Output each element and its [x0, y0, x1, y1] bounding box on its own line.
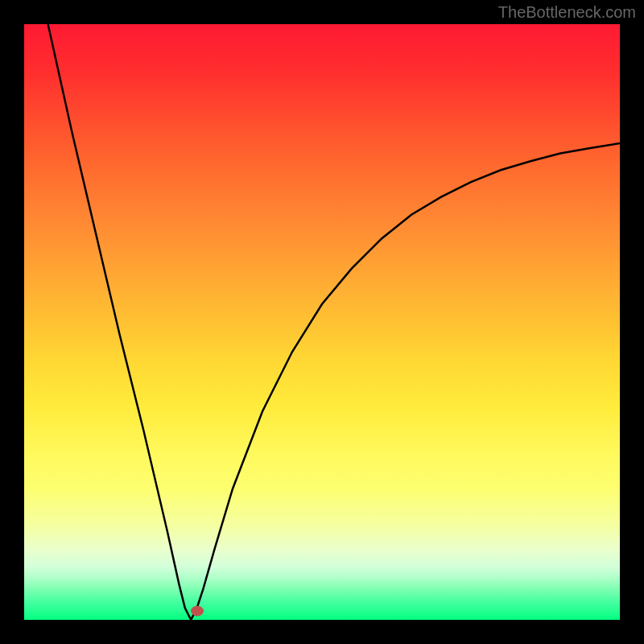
optimal-point-marker	[191, 605, 204, 616]
bottleneck-curve	[24, 24, 620, 620]
chart-plot-area	[24, 24, 620, 620]
watermark-label: TheBottleneck.com	[498, 3, 636, 22]
